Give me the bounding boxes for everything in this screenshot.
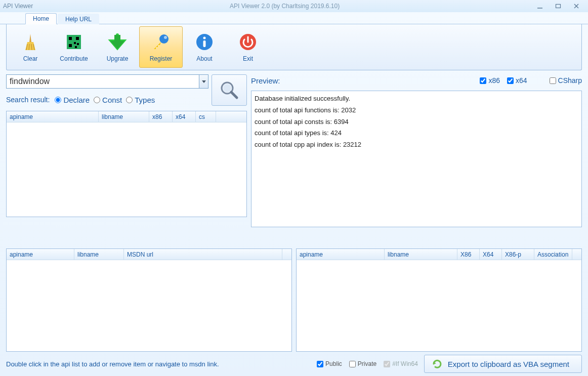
svg-rect-13 [77, 43, 79, 45]
clear-button[interactable]: Clear [9, 26, 52, 68]
bl-col-apiname[interactable]: apiname [7, 249, 74, 260]
svg-rect-1 [556, 5, 561, 8]
chk-private[interactable]: Private [349, 360, 376, 367]
power-icon [238, 32, 258, 52]
br-col-apiname[interactable]: apiname [297, 249, 385, 260]
preview-line: count of total api types is: 424 [255, 128, 578, 139]
col-x86[interactable]: x86 [149, 111, 173, 122]
close-button[interactable] [573, 3, 580, 10]
bl-col-libname[interactable]: libname [74, 249, 124, 260]
broom-icon [20, 32, 40, 52]
bottom-left-panel: apiname libname MSDN url [6, 248, 292, 352]
contribute-label: Contribute [60, 55, 88, 62]
svg-rect-9 [69, 37, 72, 40]
qr-icon [64, 32, 84, 52]
col-apiname[interactable]: apiname [7, 111, 99, 122]
app-title: API Viewer [3, 3, 33, 10]
upgrate-label: Upgrate [107, 55, 129, 62]
col-cs[interactable]: cs [196, 111, 216, 122]
radio-declare[interactable]: Declare [55, 96, 90, 104]
preview-line: Database initialized successfully. [255, 93, 578, 105]
svg-point-18 [203, 37, 206, 39]
bottom-right-body[interactable] [297, 260, 581, 351]
refresh-icon [432, 358, 443, 369]
radio-const[interactable]: Const [94, 96, 122, 104]
chk-x64[interactable]: x64 [507, 76, 527, 85]
tab-home[interactable]: Home [25, 13, 57, 24]
window-subtitle: API Viewer 2.0 (by Charltsing 2019.6.10) [33, 3, 536, 10]
upgrate-button[interactable]: Upgrate [96, 26, 139, 68]
contribute-button[interactable]: Contribute [52, 26, 96, 68]
preview-line: count of total api consts is: 6394 [255, 116, 578, 128]
svg-line-23 [231, 92, 237, 98]
bottom-left-body[interactable] [7, 260, 291, 351]
status-hint: Double click in the api list to add or r… [6, 360, 311, 368]
preview-line: count of total cpp api index is: 23212 [255, 139, 578, 151]
search-input[interactable] [6, 74, 199, 89]
chk-ifwin64[interactable]: #If Win64 [384, 360, 418, 367]
about-button[interactable]: About [183, 26, 226, 68]
br-col-libname[interactable]: libname [385, 249, 457, 260]
bottom-right-panel: apiname libname X86 X64 X86-p Associatio… [296, 248, 582, 352]
col-libname[interactable]: libname [99, 111, 149, 122]
svg-rect-14 [75, 46, 77, 48]
magnifier-icon [219, 79, 240, 101]
svg-point-16 [164, 36, 167, 39]
radio-types[interactable]: Types [126, 96, 155, 104]
br-col-x86p[interactable]: X86-p [502, 249, 534, 260]
chk-public[interactable]: Public [317, 360, 342, 367]
svg-rect-11 [69, 44, 72, 47]
search-dropdown-button[interactable] [199, 74, 208, 89]
download-arrow-icon [107, 32, 128, 52]
export-button[interactable]: Export to clipboard as VBA segment [424, 355, 582, 373]
chk-x86[interactable]: x86 [480, 76, 500, 85]
export-label: Export to clipboard as VBA segment [448, 360, 569, 368]
tab-help-url[interactable]: Help URL [58, 14, 99, 24]
about-label: About [196, 55, 212, 62]
svg-point-22 [223, 84, 231, 92]
br-col-x86[interactable]: X86 [457, 249, 480, 260]
chk-csharp[interactable]: CSharp [550, 76, 582, 85]
key-icon [151, 32, 171, 52]
tab-row: Home Help URL [0, 12, 588, 24]
br-col-assoc[interactable]: Association [534, 249, 572, 260]
ribbon: Clear Contribute Upgrate Register About … [6, 24, 582, 70]
maximize-button[interactable] [555, 3, 562, 10]
exit-label: Exit [243, 55, 253, 62]
preview-line: count of total api functions is: 2032 [255, 105, 578, 116]
svg-rect-10 [76, 37, 79, 40]
search-button[interactable] [212, 74, 247, 106]
titlebar: API Viewer API Viewer 2.0 (by Charltsing… [0, 0, 588, 12]
info-icon [194, 32, 215, 52]
preview-textbox[interactable]: Database initialized successfully. count… [251, 91, 582, 227]
register-button[interactable]: Register [139, 26, 183, 68]
search-result-label: Search result: [6, 96, 50, 104]
col-x64[interactable]: x64 [173, 111, 196, 122]
clear-label: Clear [23, 55, 38, 62]
minimize-button[interactable] [536, 3, 543, 10]
svg-rect-19 [203, 40, 206, 47]
exit-button[interactable]: Exit [226, 26, 270, 68]
preview-label: Preview: [251, 76, 473, 85]
register-label: Register [150, 55, 173, 62]
svg-rect-12 [74, 42, 76, 44]
br-col-x64[interactable]: X64 [480, 249, 502, 260]
bl-col-msdn[interactable]: MSDN url [124, 249, 282, 260]
search-results-panel: apiname libname x86 x64 cs [6, 111, 247, 217]
